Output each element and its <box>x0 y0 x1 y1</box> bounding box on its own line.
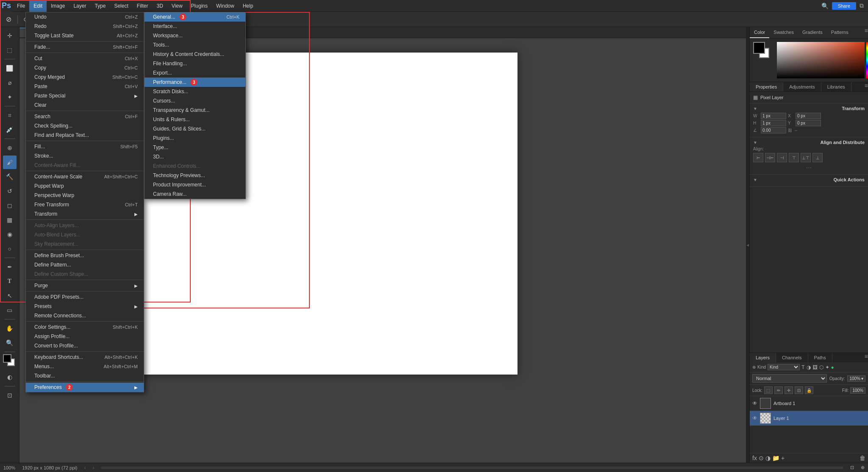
menu-view[interactable]: View <box>167 0 187 12</box>
menu-search[interactable]: Search Ctrl+F <box>26 112 144 121</box>
tab-patterns[interactable]: Patterns <box>827 27 853 38</box>
menu-auto-blend[interactable]: Auto-Blend Layers... <box>26 230 144 239</box>
fg-color-swatch[interactable] <box>753 42 765 54</box>
arrange-icon[interactable]: ⧉ <box>860 2 864 9</box>
angle-input[interactable] <box>761 127 786 133</box>
menu-define-brush[interactable]: Define Brush Preset... <box>26 251 144 260</box>
pref-units-rulers[interactable]: Units & Rulers... <box>145 115 245 124</box>
lock-pixels-btn[interactable]: ✏ <box>774 386 783 394</box>
menu-content-aware-scale[interactable]: Content-Aware Scale Alt+Shift+Ctrl+C <box>26 172 144 181</box>
quick-actions-header[interactable]: ▼ Quick Actions <box>753 177 865 182</box>
pref-enhanced-controls[interactable]: Enhanced Controls... <box>145 161 245 171</box>
menu-preferences[interactable]: Preferences 2 ▶ <box>26 383 144 392</box>
layer-1-item[interactable]: 👁 Layer 1 <box>750 411 868 426</box>
pen-tool[interactable]: ✒ <box>3 260 17 274</box>
menu-help[interactable]: Help <box>239 0 258 12</box>
pref-guides-grid[interactable]: Guides, Grid & Slices... <box>145 124 245 133</box>
menu-free-transform[interactable]: Free Transform Ctrl+T <box>26 200 144 209</box>
path-select-tool[interactable]: ↖ <box>3 289 17 303</box>
menu-pdf-presets[interactable]: Adobe PDF Presets... <box>26 292 144 302</box>
adjustment-icon[interactable]: ◑ <box>765 455 771 461</box>
eyedropper-tool[interactable]: 💉 <box>3 123 17 136</box>
menu-cut[interactable]: Cut Ctrl+X <box>26 54 144 63</box>
layer-artboard[interactable]: 👁 Artboard 1 <box>750 396 868 411</box>
quick-mask-btn[interactable]: ◐ <box>3 370 17 384</box>
new-layer-icon[interactable]: + <box>781 455 785 461</box>
artboard-tool[interactable]: ⬚ <box>3 43 17 57</box>
fill-value-display[interactable]: 100% <box>850 387 865 394</box>
foreground-color[interactable] <box>3 354 11 363</box>
tab-channels[interactable]: Channels <box>776 353 808 362</box>
align-more-btn[interactable]: ··· <box>753 164 865 172</box>
pref-interface[interactable]: Interface... <box>145 22 245 31</box>
color-panel-menu-icon[interactable]: ≡ <box>865 27 868 38</box>
scroll-left-icon[interactable]: ‹ <box>84 465 86 471</box>
menu-3d[interactable]: 3D <box>152 0 167 12</box>
align-bottom-btn[interactable]: ⊥ <box>812 153 823 162</box>
menu-copy[interactable]: Copy Ctrl+C <box>26 63 144 72</box>
pref-history-content[interactable]: History & Content Credentials... <box>145 50 245 59</box>
panel-collapse-bar[interactable]: ◀ <box>746 27 749 463</box>
type-tool[interactable]: T <box>3 275 17 288</box>
blend-mode-dropdown[interactable]: Normal Multiply Screen <box>752 374 827 383</box>
menu-presets[interactable]: Presets ▶ <box>26 302 144 311</box>
menu-menus[interactable]: Menus... Alt+Shift+Ctrl+M <box>26 362 144 371</box>
hand-tool[interactable]: ✋ <box>3 322 17 335</box>
tab-paths[interactable]: Paths <box>808 353 832 362</box>
share-button[interactable]: Share <box>832 2 856 10</box>
search-icon[interactable]: 🔍 <box>821 3 829 9</box>
align-left-btn[interactable]: ⊢ <box>753 153 763 162</box>
menu-transform[interactable]: Transform ▶ <box>26 209 144 219</box>
menu-sky-replacement[interactable]: Sky Replacement... <box>26 239 144 249</box>
pref-cursors[interactable]: Cursors... <box>145 96 245 106</box>
shape-tool[interactable]: ▭ <box>3 303 17 317</box>
zoom-tool[interactable]: 🔍 <box>3 336 17 350</box>
tab-color[interactable]: Color <box>750 27 769 38</box>
menu-color-settings[interactable]: Color Settings... Shift+Ctrl+K <box>26 322 144 332</box>
menu-toggle-last-state[interactable]: Toggle Last State Alt+Ctrl+Z <box>26 31 144 40</box>
menu-auto-align[interactable]: Auto-Align Layers... <box>26 221 144 230</box>
menu-redo[interactable]: Redo Shift+Ctrl+Z <box>26 22 144 31</box>
align-right-btn[interactable]: ⊣ <box>777 153 787 162</box>
tab-properties[interactable]: Properties <box>750 82 783 92</box>
pref-export[interactable]: Export... <box>145 68 245 78</box>
properties-menu-icon[interactable]: ≡ <box>865 82 868 92</box>
layer-filter-vec-icon[interactable]: ⬡ <box>819 364 823 370</box>
spot-heal-tool[interactable]: ⊕ <box>3 141 17 155</box>
align-center-h-btn[interactable]: ⊣⊢ <box>765 153 775 162</box>
tab-libraries[interactable]: Libraries <box>821 82 851 92</box>
dodge-tool[interactable]: ○ <box>3 242 17 255</box>
menu-check-spelling[interactable]: Check Spelling... <box>26 121 144 130</box>
menu-convert-profile[interactable]: Convert to Profile... <box>26 341 144 350</box>
align-center-v-btn[interactable]: ⊥⊤ <box>801 153 811 162</box>
lock-transparent-btn[interactable]: ⬚ <box>764 386 773 394</box>
menu-select[interactable]: Select <box>110 0 132 12</box>
clone-stamp-tool[interactable]: 🔨 <box>3 170 17 183</box>
group-icon[interactable]: 📁 <box>772 455 779 461</box>
transform-header[interactable]: ▼ Transform <box>753 106 865 111</box>
menu-filter[interactable]: Filter <box>133 0 153 12</box>
pref-general[interactable]: General... 3 Ctrl+K <box>145 12 245 22</box>
eraser-tool[interactable]: ◻ <box>3 199 17 212</box>
lasso-tool[interactable]: ⌀ <box>3 76 17 89</box>
menu-copy-merged[interactable]: Copy Merged Shift+Ctrl+C <box>26 72 144 82</box>
layer-filter-toggle-icon[interactable]: ● <box>831 364 834 370</box>
menu-image[interactable]: Image <box>47 0 69 12</box>
menu-paste-special[interactable]: Paste Special ▶ <box>26 91 144 100</box>
tab-adjustments[interactable]: Adjustments <box>783 82 821 92</box>
menu-window[interactable]: Window <box>212 0 239 12</box>
menu-content-aware-fill[interactable]: Content-Aware Fill... <box>26 161 144 170</box>
quick-select-tool[interactable]: ✦ <box>3 90 17 104</box>
pref-performance[interactable]: Performance... 3 <box>145 78 245 87</box>
tab-layers[interactable]: Layers <box>750 353 776 362</box>
pref-plugins[interactable]: Plugins... <box>145 133 245 143</box>
layer-filter-img-icon[interactable]: 🖼 <box>812 364 818 370</box>
add-mask-icon[interactable]: ⊙ <box>759 455 764 461</box>
eye-layer1-icon[interactable]: 👁 <box>752 415 757 421</box>
pref-camera-raw[interactable]: Camera Raw... <box>145 189 245 199</box>
gradient-tool[interactable]: ▦ <box>3 213 17 227</box>
menu-undo[interactable]: Undo Ctrl+Z <box>26 12 144 22</box>
menu-define-custom-shape[interactable]: Define Custom Shape... <box>26 269 144 279</box>
x-input[interactable] <box>796 113 821 119</box>
scroll-right-icon[interactable]: › <box>92 465 94 471</box>
